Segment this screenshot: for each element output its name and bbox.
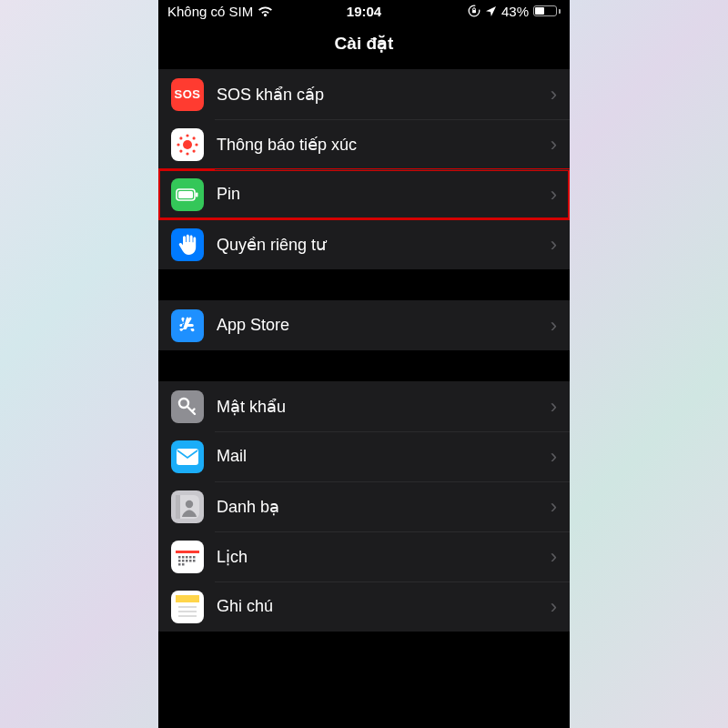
- settings-group: SOS SOS khẩn cấp › Thông báo tiếp xúc › …: [158, 69, 570, 269]
- mail-icon: [171, 440, 204, 473]
- key-icon: [171, 390, 204, 423]
- svg-point-8: [193, 136, 196, 139]
- sim-status: Không có SIM: [167, 4, 253, 19]
- svg-rect-25: [193, 556, 196, 559]
- settings-group: Mật khẩu › Mail › Danh bạ ›: [158, 381, 570, 632]
- hand-icon: [171, 228, 204, 261]
- row-label: Mail: [217, 447, 551, 466]
- row-label: SOS khẩn cấp: [217, 85, 551, 105]
- chevron-right-icon: ›: [551, 233, 557, 257]
- page-title: Cài đặt: [335, 33, 394, 54]
- svg-point-7: [179, 136, 182, 139]
- svg-rect-34: [176, 595, 199, 602]
- row-label: Ghi chú: [217, 597, 551, 616]
- chevron-right-icon: ›: [551, 395, 557, 419]
- nav-bar: Cài đặt: [158, 22, 570, 64]
- row-sos[interactable]: SOS SOS khẩn cấp ›: [158, 69, 570, 119]
- svg-point-6: [195, 143, 197, 146]
- svg-point-18: [186, 500, 193, 507]
- row-appstore[interactable]: App Store ›: [158, 300, 570, 350]
- svg-point-2: [183, 140, 192, 149]
- row-label: Lịch: [217, 547, 551, 567]
- svg-rect-12: [178, 191, 193, 198]
- appstore-icon: [171, 309, 204, 342]
- row-label: Mật khẩu: [217, 397, 551, 417]
- svg-rect-1: [472, 10, 476, 13]
- svg-point-3: [186, 134, 188, 136]
- svg-rect-22: [182, 556, 185, 559]
- row-label: App Store: [217, 316, 551, 335]
- status-left: Không có SIM: [167, 4, 273, 19]
- chevron-right-icon: ›: [551, 495, 557, 519]
- row-calendar[interactable]: Lịch ›: [158, 531, 570, 581]
- exposure-icon: [171, 128, 204, 161]
- chevron-right-icon: ›: [551, 545, 557, 569]
- svg-point-10: [193, 149, 196, 152]
- contacts-icon: [171, 490, 204, 523]
- chevron-right-icon: ›: [551, 314, 557, 338]
- row-exposure[interactable]: Thông báo tiếp xúc ›: [158, 119, 570, 169]
- svg-point-5: [177, 143, 179, 146]
- settings-list[interactable]: SOS SOS khẩn cấp › Thông báo tiếp xúc › …: [158, 64, 570, 728]
- row-passwords[interactable]: Mật khẩu ›: [158, 381, 570, 431]
- settings-group: App Store ›: [158, 300, 570, 350]
- row-mail[interactable]: Mail ›: [158, 431, 570, 481]
- row-label: Thông báo tiếp xúc: [217, 135, 551, 155]
- chevron-right-icon: ›: [551, 595, 557, 619]
- row-battery[interactable]: Pin ›: [158, 169, 570, 219]
- status-right: 43%: [468, 4, 561, 19]
- svg-rect-24: [189, 556, 192, 559]
- notes-icon: [171, 591, 204, 623]
- svg-rect-21: [178, 556, 181, 559]
- svg-rect-30: [193, 560, 196, 562]
- location-icon: [485, 5, 497, 17]
- row-label: Pin: [217, 185, 551, 204]
- row-privacy[interactable]: Quyền riêng tư ›: [158, 219, 570, 269]
- row-contacts[interactable]: Danh bạ ›: [158, 481, 570, 531]
- svg-rect-31: [178, 563, 181, 566]
- row-notes[interactable]: Ghi chú ›: [158, 581, 570, 632]
- status-bar: Không có SIM 19:04 43%: [158, 0, 570, 22]
- chevron-right-icon: ›: [551, 183, 557, 207]
- chevron-right-icon: ›: [551, 445, 557, 469]
- svg-point-9: [179, 149, 182, 152]
- wifi-icon: [258, 5, 273, 17]
- chevron-right-icon: ›: [551, 133, 557, 157]
- svg-point-4: [186, 152, 188, 155]
- phone-frame: Không có SIM 19:04 43% Cài đặt SOS: [158, 0, 570, 728]
- svg-rect-28: [186, 560, 188, 562]
- svg-rect-29: [189, 560, 192, 562]
- sos-icon: SOS: [171, 78, 204, 111]
- battery-icon: [171, 178, 204, 211]
- row-label: Quyền riêng tư: [217, 235, 551, 255]
- battery-icon: [533, 5, 561, 16]
- svg-rect-32: [182, 563, 185, 566]
- row-label: Danh bạ: [217, 497, 551, 517]
- calendar-icon: [171, 541, 204, 573]
- svg-rect-23: [186, 556, 188, 559]
- svg-rect-17: [176, 495, 180, 519]
- svg-rect-13: [196, 192, 198, 197]
- svg-rect-26: [178, 560, 181, 562]
- svg-rect-15: [177, 449, 198, 465]
- svg-rect-20: [176, 551, 199, 553]
- chevron-right-icon: ›: [551, 83, 557, 106]
- battery-percent: 43%: [501, 4, 529, 19]
- svg-rect-27: [182, 560, 185, 562]
- orientation-lock-icon: [468, 5, 480, 17]
